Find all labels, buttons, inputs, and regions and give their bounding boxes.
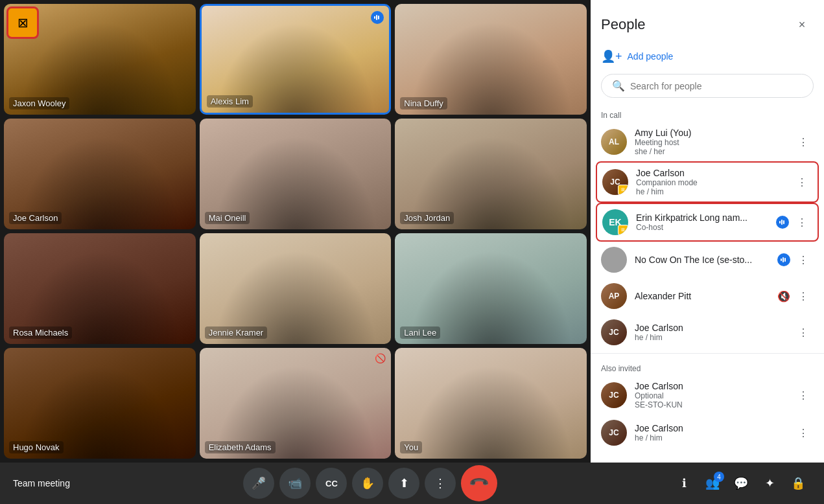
mic-off-icon-alex: 🔇 (777, 290, 790, 303)
video-name-3: Nina Duffy (400, 97, 447, 109)
person-info-joe-invited: Joe Carlson Optional SE-STO-KUN (635, 381, 785, 409)
bottom-bar: Team meeting 🎤 📹 CC ✋ ⬆ ⋮ 📞 ℹ 👥 4 💬 ✦ 🔒 (0, 463, 824, 504)
speaking-badge-erin (776, 216, 789, 229)
more-btn-nocow[interactable]: ⋮ (793, 249, 814, 270)
person-role: he / him (635, 333, 785, 342)
person-item-joe2: JC Joe Carlson he / him ⋮ (591, 314, 824, 350)
security-button[interactable]: 🔒 (785, 470, 811, 496)
person-info-joe3: Joe Carlson he / him (635, 423, 785, 442)
more-btn-joe2[interactable]: ⋮ (793, 322, 814, 343)
more-btn-joe3[interactable]: ⋮ (793, 422, 814, 443)
video-tile-3[interactable]: Nina Duffy (395, 4, 587, 115)
video-tile-10[interactable]: Hugo Novak (4, 348, 196, 459)
people-count-badge: 4 (714, 472, 724, 482)
search-icon: 🔍 (612, 80, 625, 92)
person-name-nocow: No Cow On The Ice (se-sto... (635, 255, 770, 265)
person-item-joe-carlson: JC ⊠ Joe Carlson Companion mode he / him… (596, 161, 819, 203)
person-name-joe2: Joe Carlson (635, 323, 785, 333)
mic-button[interactable]: 🎤 (243, 468, 274, 499)
person-role-joe3: he / him (635, 433, 785, 442)
person-role: Meeting host (635, 138, 785, 147)
video-name-6: Josh Jordan (400, 212, 454, 224)
avatar-alex: AP (601, 283, 627, 309)
video-tile-12[interactable]: You (395, 348, 587, 459)
raise-hand-button[interactable]: ✋ (352, 468, 383, 499)
avatar-amy: AL (601, 129, 627, 155)
person-name-erin: Erin Kirkpatrick Long nam... (636, 212, 768, 223)
more-btn-erin[interactable]: ⋮ (792, 212, 812, 233)
person-info-amy: Amy Lui (You) Meeting host she / her (635, 128, 785, 156)
search-input[interactable] (630, 81, 803, 91)
add-person-icon: 👤+ (601, 49, 622, 63)
person-name-alex: Alexander Pitt (635, 291, 770, 301)
video-name-9: Lani Lee (400, 326, 440, 339)
person-item-erin: EK ⊠ Erin Kirkpatrick Long nam... Co-hos… (596, 203, 819, 242)
svg-rect-4 (781, 220, 783, 225)
svg-rect-0 (374, 16, 375, 19)
video-tile-8[interactable]: Jennie Kramer (200, 233, 392, 344)
person-actions-joe2: ⋮ (793, 322, 814, 343)
person-info-joe2: Joe Carlson he / him (635, 323, 785, 342)
video-name-7: Rosa Michaels (9, 326, 72, 339)
end-call-button[interactable]: 📞 (454, 457, 505, 504)
svg-rect-2 (378, 16, 379, 19)
person-actions-alex: 🔇 ⋮ (777, 286, 814, 306)
activities-button[interactable]: ✦ (757, 470, 783, 496)
video-name-11: Elizabeth Adams (205, 441, 276, 453)
person-role: Co-host (636, 223, 768, 232)
more-btn-alex[interactable]: ⋮ (793, 286, 814, 306)
captions-button[interactable]: CC (316, 468, 347, 499)
present-button[interactable]: ⬆ (388, 468, 419, 499)
video-name-8: Jennie Kramer (205, 326, 268, 339)
video-tile-9[interactable]: Lani Lee (395, 233, 587, 344)
chat-button[interactable]: 💬 (728, 470, 754, 496)
speaking-badge-nocow (777, 253, 790, 266)
search-bar: 🔍 (601, 74, 814, 98)
avatar-joe-carlson: JC ⊠ (602, 169, 628, 195)
video-name-12: You (400, 441, 422, 453)
person-actions-joe-invited: ⋮ (793, 385, 814, 406)
person-info-nocow: No Cow On The Ice (se-sto... (635, 255, 770, 265)
video-tile-11[interactable]: Elizabeth Adams🚫 (200, 348, 392, 459)
also-invited-label: Also invited (591, 356, 824, 376)
more-options-button[interactable]: ⋮ (425, 468, 456, 499)
person-actions-joe-carlson: ⋮ (792, 172, 812, 192)
person-pronoun: she / her (635, 147, 785, 156)
video-tile-7[interactable]: Rosa Michaels (4, 233, 196, 344)
main-area: Jaxon WooleyAlexis LimNina DuffyJoe Carl… (0, 0, 824, 463)
logo-icon[interactable]: ⊠ (6, 6, 39, 39)
more-btn-amy[interactable]: ⋮ (793, 132, 814, 152)
person-role: Companion mode (636, 178, 784, 187)
svg-rect-1 (376, 15, 377, 20)
person-actions-nocow: ⋮ (777, 249, 814, 270)
person-info-erin: Erin Kirkpatrick Long nam... Co-host (636, 212, 768, 232)
people-button[interactable]: 👥 4 (700, 470, 725, 496)
video-name-5: Mai Oneill (205, 212, 250, 224)
svg-rect-7 (783, 257, 784, 262)
person-actions-joe3: ⋮ (793, 422, 814, 443)
companion-badge: ⊠ (618, 225, 628, 235)
more-btn-joe-invited[interactable]: ⋮ (793, 385, 814, 406)
svg-rect-5 (783, 220, 784, 224)
invited-item-joe-invited: JC Joe Carlson Optional SE-STO-KUN ⋮ (591, 376, 824, 415)
video-grid: Jaxon WooleyAlexis LimNina DuffyJoe Carl… (0, 0, 591, 463)
avatar-nocow (601, 247, 627, 273)
person-pronoun: he / him (636, 187, 784, 196)
video-tile-5[interactable]: Mai Oneill (200, 119, 392, 229)
video-name-4: Joe Carlson (9, 212, 62, 224)
video-tile-6[interactable]: Josh Jordan (395, 119, 587, 229)
panel-header: People × (591, 0, 824, 44)
svg-rect-3 (779, 221, 781, 223)
camera-button[interactable]: 📹 (279, 468, 311, 499)
more-btn-joe-carlson[interactable]: ⋮ (792, 172, 812, 192)
close-panel-button[interactable]: × (790, 13, 814, 36)
avatar-joe-invited: JC (601, 382, 627, 408)
info-button[interactable]: ℹ (671, 470, 697, 496)
divider (591, 353, 824, 354)
video-name-1: Jaxon Wooley (9, 97, 69, 109)
add-people-button[interactable]: 👤+ Add people (591, 44, 824, 69)
invited-item-joe3: JC Joe Carlson he / him ⋮ (591, 415, 824, 451)
avatar-joe2: JC (601, 319, 627, 345)
video-tile-2[interactable]: Alexis Lim (200, 4, 392, 115)
video-tile-4[interactable]: Joe Carlson (4, 119, 196, 229)
